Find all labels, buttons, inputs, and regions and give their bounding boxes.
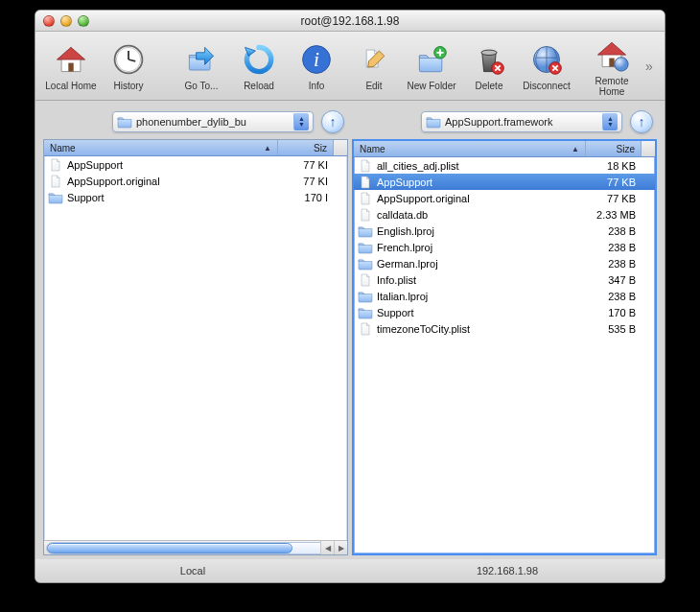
- info-button[interactable]: Info: [289, 35, 344, 97]
- local-pane: phonenumber_dylib_bu ▲▼ ↑ Name ▲ Siz App…: [43, 108, 348, 555]
- window: root@192.168.1.98 Local Home History Go …: [35, 10, 665, 583]
- delete-button[interactable]: Delete: [461, 35, 517, 97]
- reload-icon: [240, 40, 278, 79]
- remote-up-button[interactable]: ↑: [630, 110, 653, 133]
- file-size: 18 KB: [586, 160, 642, 172]
- file-name: French.lproj: [377, 242, 586, 253]
- document-icon: [358, 159, 373, 173]
- window-title: root@192.168.1.98: [35, 14, 665, 28]
- document-icon: [358, 322, 373, 336]
- local-file-list[interactable]: Name ▲ Siz AppSupport77 KIAppSupport.ori…: [43, 139, 348, 555]
- local-footer-label: Local: [35, 559, 350, 582]
- remote-path-popup[interactable]: AppSupport.framework ▲▼: [421, 111, 622, 132]
- house-icon: [52, 40, 90, 79]
- file-size: 170 I: [278, 192, 334, 203]
- file-size: 535 B: [586, 323, 642, 335]
- clock-icon: [109, 40, 148, 79]
- file-name: German.lproj: [377, 258, 586, 270]
- local-home-button[interactable]: Local Home: [43, 35, 99, 97]
- document-icon: [48, 175, 63, 188]
- file-row[interactable]: calldata.db2.33 MB: [354, 206, 655, 223]
- file-size: 2.33 MB: [586, 209, 642, 221]
- toolbar-label: Info: [309, 81, 325, 91]
- file-row[interactable]: Support170 B: [354, 304, 655, 320]
- remote-pane: AppSupport.framework ▲▼ ↑ Name ▲ Size al…: [352, 108, 657, 555]
- toolbar-label: Local Home: [45, 81, 96, 91]
- document-icon: [358, 208, 373, 222]
- trash-icon: [470, 40, 508, 79]
- new-folder-icon: [412, 40, 451, 79]
- file-name: timezoneToCity.plist: [377, 323, 586, 335]
- scroll-right-icon[interactable]: ▶: [334, 541, 347, 554]
- column-spacer: [642, 141, 655, 156]
- folder-icon: [358, 241, 373, 254]
- file-name: calldata.db: [377, 209, 586, 221]
- toolbar-overflow[interactable]: »: [642, 59, 657, 74]
- titlebar: root@192.168.1.98: [35, 11, 665, 32]
- edit-button[interactable]: Edit: [346, 35, 402, 97]
- disconnect-button[interactable]: Disconnect: [519, 35, 574, 97]
- sort-asc-icon: ▲: [572, 145, 579, 153]
- local-column-size[interactable]: Siz: [278, 140, 334, 155]
- file-row[interactable]: AppSupport.original77 KI: [44, 173, 347, 189]
- remote-footer-label: 192.168.1.98: [350, 559, 665, 582]
- file-row[interactable]: AppSupport77 KI: [44, 156, 347, 173]
- folder-icon: [48, 191, 63, 204]
- folder-arrow-icon: [182, 40, 221, 79]
- toolbar-label: New Folder: [407, 81, 455, 91]
- file-name: AppSupport: [67, 159, 278, 171]
- history-button[interactable]: History: [101, 35, 156, 97]
- remote-column-size[interactable]: Size: [586, 141, 642, 156]
- folder-icon: [358, 306, 373, 319]
- file-size: 238 B: [586, 258, 642, 270]
- file-size: 238 B: [586, 291, 642, 302]
- file-row[interactable]: German.lproj238 B: [354, 255, 655, 271]
- globe-x-icon: [527, 40, 566, 79]
- local-path-popup[interactable]: phonenumber_dylib_bu ▲▼: [112, 111, 314, 132]
- new-folder-button[interactable]: New Folder: [404, 35, 459, 97]
- toolbar-label: Reload: [244, 81, 274, 91]
- file-row[interactable]: Support170 I: [44, 189, 347, 205]
- file-name: Info.plist: [377, 274, 586, 286]
- local-column-name[interactable]: Name ▲: [44, 140, 278, 155]
- document-icon: [358, 273, 373, 287]
- file-row[interactable]: Info.plist347 B: [354, 271, 655, 288]
- file-name: AppSupport.original: [67, 176, 278, 187]
- file-size: 347 B: [586, 274, 642, 286]
- folder-icon: [426, 115, 441, 129]
- local-path-text: phonenumber_dylib_bu: [136, 116, 290, 128]
- reload-button[interactable]: Reload: [231, 35, 287, 97]
- file-name: Italian.lproj: [377, 291, 586, 302]
- file-row[interactable]: timezoneToCity.plist535 B: [354, 320, 655, 337]
- remote-column-name[interactable]: Name ▲: [354, 141, 586, 156]
- local-up-button[interactable]: ↑: [321, 110, 344, 133]
- file-row[interactable]: all_cities_adj.plist18 KB: [354, 157, 655, 174]
- toolbar-label: Delete: [476, 81, 503, 91]
- go-to-button[interactable]: Go To...: [174, 35, 229, 97]
- file-row[interactable]: French.lproj238 B: [354, 239, 655, 255]
- file-size: 238 B: [586, 242, 642, 253]
- file-name: all_cities_adj.plist: [377, 160, 586, 172]
- toolbar-label: Go To...: [185, 81, 219, 91]
- file-size: 77 KB: [586, 193, 642, 204]
- file-name: Support: [377, 307, 586, 318]
- popup-caret-icon: ▲▼: [293, 113, 309, 130]
- remote-file-list[interactable]: Name ▲ Size all_cities_adj.plist18 KBApp…: [352, 139, 657, 555]
- info-icon: [297, 40, 336, 79]
- file-size: 77 KI: [278, 176, 334, 187]
- local-scrollbar[interactable]: ◀▶: [44, 540, 347, 554]
- file-name: English.lproj: [377, 225, 586, 237]
- file-row[interactable]: AppSupport.original77 KB: [354, 190, 655, 206]
- up-arrow-icon: ↑: [639, 114, 645, 129]
- up-arrow-icon: ↑: [330, 114, 337, 129]
- file-row[interactable]: English.lproj238 B: [354, 223, 655, 239]
- toolbar-label: History: [113, 81, 143, 91]
- scroll-left-icon[interactable]: ◀: [320, 541, 334, 554]
- footer: Local 192.168.1.98: [35, 559, 665, 582]
- file-row[interactable]: AppSupport77 KB: [354, 174, 655, 190]
- file-row[interactable]: Italian.lproj238 B: [354, 288, 655, 304]
- popup-caret-icon: ▲▼: [602, 113, 618, 130]
- remote-home-button[interactable]: Remote Home: [584, 35, 640, 97]
- file-size: 170 B: [586, 307, 642, 318]
- sort-asc-icon: ▲: [264, 144, 271, 153]
